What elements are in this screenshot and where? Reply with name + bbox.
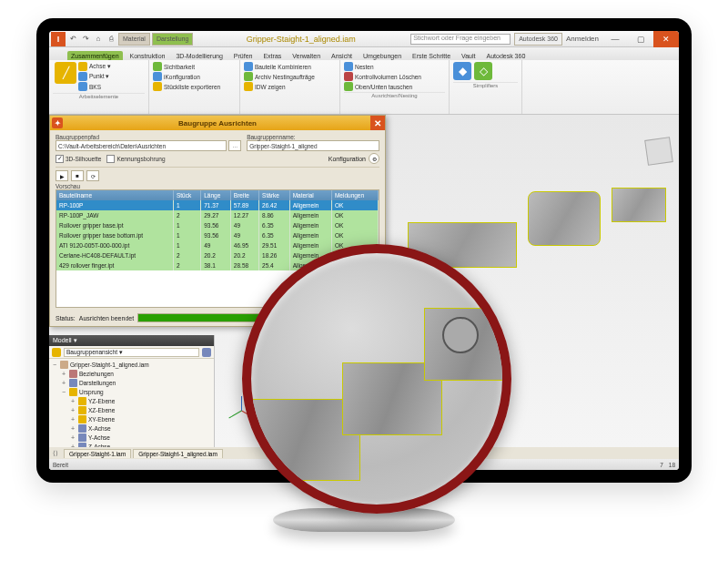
ribbon-item[interactable]: Oben/Unten tauschen	[344, 82, 445, 91]
ribbon-item[interactable]: Bauteile Kombinieren	[244, 62, 336, 71]
dialog-close-button[interactable]: ✕	[370, 116, 385, 130]
qat-undo-icon[interactable]: ↶	[67, 34, 78, 45]
tree-item[interactable]: +X-Achse	[51, 424, 212, 433]
col-header[interactable]: Länge	[201, 190, 231, 200]
qat-home-icon[interactable]: ⌂	[93, 34, 104, 45]
ribbon-tab[interactable]: Umgebungen	[359, 51, 405, 60]
table-cell: Allgemein	[289, 240, 331, 250]
ribbon-item[interactable]: Kontrollvolumen Löschen	[344, 72, 445, 81]
status-num: 18	[669, 462, 675, 468]
tree-item[interactable]: +Darstellungen	[51, 379, 212, 388]
path-browse-button[interactable]: …	[228, 140, 241, 151]
ribbon-item[interactable]: Punkt ▾	[78, 72, 145, 81]
ribbon-item[interactable]: Archiv Nestingaufträge	[244, 72, 336, 81]
table-row[interactable]: Rollover gripper base bottom.ipt193.5649…	[56, 230, 379, 240]
table-row[interactable]: RP-100P_JAW229.2712.278.86AllgemeinOK	[56, 210, 379, 220]
config-gear-icon[interactable]: ⚙	[369, 153, 379, 164]
tree-item[interactable]: −Ursprung	[51, 388, 212, 397]
browser-title[interactable]: Modell ▾	[49, 335, 214, 346]
table-row[interactable]: Rollover gripper base.ipt193.56496.35All…	[56, 220, 379, 230]
dialog-titlebar[interactable]: ✦ Baugruppe Ausrichten ✕	[50, 116, 385, 130]
table-cell: 8.86	[259, 210, 290, 220]
col-header[interactable]: Bauteilname	[56, 190, 173, 200]
ribbon-tab[interactable]: Erste Schritte	[409, 51, 454, 60]
ribbon-item[interactable]: BKS	[78, 82, 145, 91]
ribbon-tab[interactable]: Verwalten	[288, 51, 324, 60]
ribbon-tab[interactable]: Zusammenfügen	[67, 51, 123, 60]
toolbar-stop-button[interactable]: ■	[71, 170, 84, 181]
col-header[interactable]: Material	[289, 190, 331, 200]
table-row[interactable]: RP-100P171.3757.8926.42AllgemeinOK	[56, 200, 379, 210]
document-tab[interactable]: Gripper-Staight-1.iam	[64, 449, 131, 458]
simplify2-icon[interactable]: ◇	[474, 62, 492, 80]
ribbon-tab[interactable]: Konstruktion	[126, 51, 169, 60]
kennung-checkbox[interactable]: Kennungsbohrung	[106, 155, 165, 163]
ribbon-big-button[interactable]: ╱	[55, 62, 76, 92]
ribbon-group-label: Ausrichten/Nesting	[344, 92, 445, 98]
autodesk360-menu[interactable]: Autodesk 360	[514, 33, 562, 46]
material-dropdown[interactable]: Material	[118, 33, 150, 46]
table-cell: 28.58	[230, 260, 258, 270]
maximize-button[interactable]: ▢	[628, 31, 653, 47]
tree-item[interactable]: +XY-Ebene	[51, 415, 212, 424]
ribbon-item[interactable]: Sichtbarkeit	[153, 62, 236, 71]
toolbar-refresh-button[interactable]: ⟳	[86, 170, 99, 181]
viewcube[interactable]	[644, 137, 673, 166]
browser-view-dropdown[interactable]: Baugruppenansicht ▾	[64, 348, 199, 357]
col-header[interactable]: Breite	[230, 190, 258, 200]
table-cell: 49	[230, 220, 258, 230]
table-cell: 2	[173, 260, 200, 270]
col-header[interactable]: Stück	[173, 190, 200, 200]
ribbon-tab[interactable]: Prüfen	[230, 51, 257, 60]
login-button[interactable]: Anmelden	[564, 34, 601, 45]
nest-icon	[344, 62, 353, 71]
simplify-icon[interactable]: ◆	[453, 62, 471, 80]
name-label: Baugruppenname:	[247, 134, 379, 140]
col-header[interactable]: Stärke	[259, 190, 290, 200]
document-tab[interactable]: Gripper-Staight-1_aligned.iam	[133, 449, 223, 458]
browser-find-icon[interactable]	[202, 348, 211, 357]
close-button[interactable]: ✕	[653, 31, 679, 47]
ribbon-tab[interactable]: Extras	[259, 51, 285, 60]
table-cell: 57.89	[230, 200, 258, 210]
table-cell: 49	[201, 240, 231, 250]
axis-small-icon	[78, 62, 87, 71]
browser-toolbar: Baugruppenansicht ▾	[49, 346, 214, 359]
ribbon-tabs: ZusammenfügenKonstruktion3D-Modellierung…	[49, 47, 679, 60]
path-input[interactable]: C:\Vault-Arbeitsbereich\Daten\Ausrichten	[56, 140, 227, 151]
appearance-dropdown[interactable]: Darstellung	[152, 33, 193, 46]
ribbon-item[interactable]: IDW zeigen	[244, 82, 336, 91]
status-value: Ausrichten beendet	[79, 315, 134, 321]
table-row[interactable]: ATI 9120-005T-000-000.ipt14946.9529.51Al…	[56, 240, 379, 250]
ribbon-tab[interactable]: Autodesk 360	[482, 51, 529, 60]
minimize-button[interactable]: —	[602, 31, 628, 47]
col-header[interactable]: Meldungen	[331, 190, 378, 200]
table-cell: 46.95	[230, 240, 258, 250]
toolbar-run-button[interactable]: ▶	[56, 170, 68, 181]
part-box[interactable]	[612, 188, 666, 222]
ribbon-item[interactable]: Stückliste exportieren	[153, 82, 236, 91]
search-input[interactable]: Stichwort oder Frage eingeben	[410, 34, 511, 45]
preview-label: Vorschau	[56, 183, 379, 189]
qat-print-icon[interactable]: ⎙	[106, 34, 116, 45]
tree-item[interactable]: +XZ-Ebene	[51, 406, 212, 415]
ribbon-tab[interactable]: Vault	[458, 51, 479, 60]
tree-root[interactable]: −Gripper-Staight-1_aligned.iam	[51, 361, 212, 370]
name-input[interactable]: Gripper-Staight-1_aligned	[247, 140, 379, 151]
silhouette-checkbox[interactable]: ✓3D-Silhouette	[56, 155, 101, 163]
ribbon-item[interactable]: Achse ▾	[78, 62, 145, 71]
ribbon-group-label: Arbeitselemente	[53, 93, 145, 99]
tree-item[interactable]: +Beziehungen	[51, 370, 212, 379]
ribbon-item[interactable]: Nesten	[344, 62, 445, 71]
tree-item[interactable]: +Y-Achse	[51, 433, 212, 443]
filter-icon[interactable]	[52, 348, 61, 357]
app-logo[interactable]: I	[51, 32, 66, 46]
ribbon-tab[interactable]: Ansicht	[328, 51, 356, 60]
tree-item[interactable]: +YZ-Ebene	[51, 397, 212, 406]
archive-icon	[244, 72, 253, 81]
part-round[interactable]	[528, 191, 601, 246]
ribbon-tab[interactable]: 3D-Modellierung	[172, 51, 226, 60]
qat-redo-icon[interactable]: ↷	[80, 34, 91, 45]
doctab-nav-icon[interactable]: ⟨⟩	[49, 450, 62, 457]
ribbon-item[interactable]: iKonfiguration	[153, 72, 236, 81]
